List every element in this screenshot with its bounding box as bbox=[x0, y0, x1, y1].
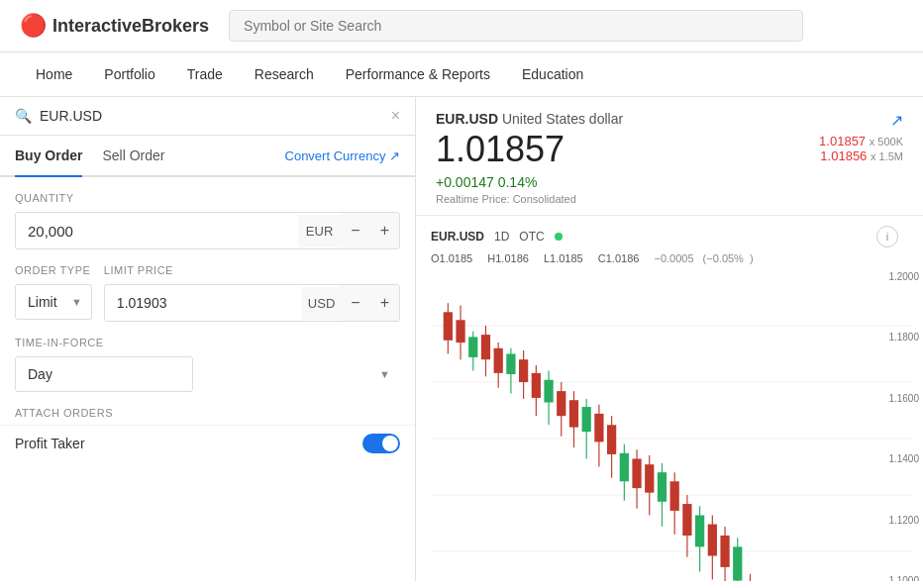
quantity-decrement-button[interactable]: − bbox=[341, 213, 369, 248]
right-panel: EUR.USD United States dollar 1.01857 +0.… bbox=[416, 97, 923, 581]
svg-rect-45 bbox=[658, 472, 667, 502]
header: 🔴 InteractiveBrokers bbox=[0, 0, 923, 52]
svg-rect-47 bbox=[670, 481, 679, 511]
order-type-label: ORDER TYPE bbox=[15, 264, 92, 276]
y-label-3: 1.1600 bbox=[872, 393, 919, 404]
profit-taker-row: Profit Taker bbox=[0, 425, 415, 461]
stock-info-right: ↗ 1.01857 x 500K 1.01856 x 1.5M bbox=[819, 111, 903, 163]
chart-ohlc: O1.0185 H1.0186 L1.0185 C1.0186 −0.0005 … bbox=[431, 252, 923, 269]
chart-live-indicator bbox=[555, 233, 563, 241]
left-panel: 🔍 × Buy Order Sell Order Convert Currenc… bbox=[0, 97, 416, 581]
limit-price-input[interactable] bbox=[105, 286, 302, 320]
external-link-icon[interactable]: ↗ bbox=[890, 112, 903, 129]
y-label-1: 1.2000 bbox=[872, 271, 919, 282]
order-type-limit-row: ORDER TYPE Limit Market Stop ▼ LIMIT PRI… bbox=[0, 254, 415, 327]
profit-taker-toggle[interactable] bbox=[362, 434, 400, 453]
ohlc-high: H1.0186 bbox=[487, 252, 535, 264]
tab-sell-order[interactable]: Sell Order bbox=[102, 136, 164, 175]
svg-rect-13 bbox=[456, 320, 464, 343]
quantity-currency: EUR bbox=[298, 215, 341, 247]
ask-price: 1.01856 x 1.5M bbox=[819, 148, 903, 163]
stock-full-name: United States dollar bbox=[502, 111, 623, 127]
svg-rect-55 bbox=[720, 536, 729, 567]
svg-rect-31 bbox=[569, 400, 578, 427]
ask-size: 1.5M bbox=[879, 150, 903, 162]
stock-name: EUR.USD United States dollar bbox=[436, 111, 623, 127]
order-type-select[interactable]: Limit Market Stop bbox=[15, 284, 92, 320]
chart-change: −0.0005 (−0.05%) bbox=[654, 252, 753, 264]
chart-header: EUR.USD 1D OTC i bbox=[431, 226, 923, 252]
svg-rect-37 bbox=[607, 425, 616, 454]
tif-section: TIME-IN-FORCE Day GTC IOC ▼ bbox=[0, 327, 415, 397]
svg-rect-25 bbox=[532, 373, 541, 398]
tif-select[interactable]: Day GTC IOC bbox=[15, 356, 193, 392]
svg-rect-23 bbox=[519, 359, 528, 382]
logo: 🔴 InteractiveBrokers bbox=[20, 13, 209, 39]
stock-info-left: EUR.USD United States dollar 1.01857 +0.… bbox=[436, 111, 623, 205]
bid-price: 1.01857 x 500K bbox=[819, 134, 903, 148]
order-type-select-wrapper: Limit Market Stop ▼ bbox=[15, 284, 92, 320]
svg-rect-51 bbox=[695, 515, 704, 546]
ohlc-low: L1.0185 bbox=[544, 252, 589, 264]
order-tabs: Buy Order Sell Order Convert Currency ↗ bbox=[0, 136, 415, 177]
y-label-4: 1.1400 bbox=[872, 453, 919, 464]
attach-orders-section: ATTACH ORDERS bbox=[0, 397, 415, 419]
ask-value: 1.01856 bbox=[820, 148, 867, 163]
y-label-2: 1.1800 bbox=[872, 332, 919, 343]
svg-rect-15 bbox=[468, 337, 477, 357]
logo-text: InteractiveBrokers bbox=[52, 16, 209, 37]
chart-market-label: OTC bbox=[519, 230, 544, 244]
svg-rect-33 bbox=[582, 407, 591, 432]
ohlc-close: C1.0186 bbox=[598, 252, 646, 264]
chart-info-button[interactable]: i bbox=[876, 226, 898, 247]
chart-area: EUR.USD 1D OTC i O1.0185 H1.0186 L1.0185… bbox=[416, 216, 923, 581]
chart-symbol-label: EUR.USD bbox=[431, 230, 484, 244]
logo-icon: 🔴 bbox=[20, 13, 47, 39]
tif-chevron-icon: ▼ bbox=[379, 368, 390, 380]
convert-currency-link[interactable]: Convert Currency ↗ bbox=[285, 137, 400, 175]
profit-taker-label: Profit Taker bbox=[15, 436, 85, 451]
quantity-increment-button[interactable]: + bbox=[370, 213, 399, 248]
stock-header: EUR.USD United States dollar 1.01857 +0.… bbox=[416, 97, 923, 216]
quantity-input[interactable] bbox=[16, 214, 298, 248]
clear-search-button[interactable]: × bbox=[391, 107, 400, 125]
limit-price-label: LIMIT PRICE bbox=[104, 264, 400, 276]
stock-change: +0.00147 0.14% bbox=[436, 174, 623, 190]
nav-item-research[interactable]: Research bbox=[239, 52, 330, 96]
symbol-search-row: 🔍 × bbox=[0, 97, 415, 136]
limit-price-decrement-button[interactable]: − bbox=[341, 285, 369, 321]
bid-size: 500K bbox=[877, 136, 903, 147]
nav-item-trade[interactable]: Trade bbox=[171, 52, 239, 96]
stock-change-abs: +0.00147 bbox=[436, 174, 494, 190]
y-label-6: 1.1000 bbox=[872, 575, 919, 581]
limit-price-row: USD − + bbox=[104, 284, 400, 322]
nav-item-education[interactable]: Education bbox=[506, 52, 599, 96]
tab-buy-order[interactable]: Buy Order bbox=[15, 136, 82, 177]
order-type-col: ORDER TYPE Limit Market Stop ▼ bbox=[15, 264, 92, 322]
svg-rect-29 bbox=[557, 391, 565, 416]
limit-price-currency: USD bbox=[302, 287, 341, 320]
svg-rect-17 bbox=[481, 335, 490, 359]
chart-period-label: 1D bbox=[494, 230, 509, 244]
nav-item-home[interactable]: Home bbox=[20, 52, 88, 96]
svg-rect-11 bbox=[444, 312, 453, 340]
stock-symbol: EUR.USD bbox=[436, 111, 498, 127]
nav-item-performance[interactable]: Performance & Reports bbox=[330, 52, 506, 96]
nav-item-portfolio[interactable]: Portfolio bbox=[88, 52, 170, 96]
symbol-search-input[interactable] bbox=[40, 108, 383, 124]
quantity-label: QUANTITY bbox=[15, 192, 400, 204]
attach-orders-label: ATTACH ORDERS bbox=[15, 407, 400, 419]
bid-value: 1.01857 bbox=[819, 134, 866, 148]
quantity-section: QUANTITY EUR − + bbox=[0, 177, 415, 254]
global-search-input[interactable] bbox=[229, 10, 803, 42]
stock-price: 1.01857 bbox=[436, 129, 623, 170]
candlestick-chart bbox=[431, 269, 923, 581]
main-nav: Home Portfolio Trade Research Performanc… bbox=[0, 52, 923, 97]
search-icon: 🔍 bbox=[15, 108, 32, 124]
svg-rect-41 bbox=[632, 458, 641, 488]
y-label-5: 1.1200 bbox=[872, 515, 919, 526]
limit-price-increment-button[interactable]: + bbox=[370, 285, 399, 321]
svg-rect-39 bbox=[620, 453, 629, 481]
main-content: 🔍 × Buy Order Sell Order Convert Currenc… bbox=[0, 97, 923, 581]
tif-select-wrapper: Day GTC IOC ▼ bbox=[15, 356, 400, 392]
